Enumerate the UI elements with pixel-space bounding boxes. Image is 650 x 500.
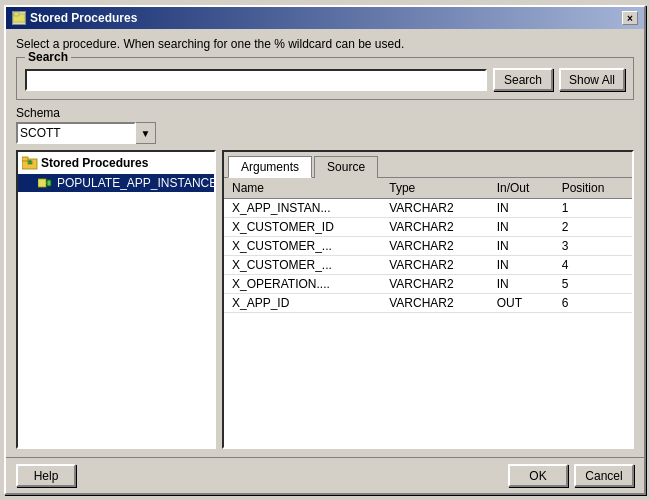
window-title: Stored Procedures: [30, 11, 137, 25]
table-header-row: Name Type In/Out Position: [224, 178, 632, 199]
svg-rect-6: [38, 179, 46, 187]
table-cell-position: 2: [554, 218, 632, 237]
table-cell-position: 1: [554, 199, 632, 218]
window-icon: [12, 11, 26, 25]
tab-arguments[interactable]: Arguments: [228, 156, 312, 178]
table-cell-position: 3: [554, 237, 632, 256]
table-cell-type: VARCHAR2: [381, 275, 488, 294]
schema-label: Schema: [16, 106, 634, 120]
table-cell-inout: IN: [489, 199, 554, 218]
table-row: X_OPERATION....VARCHAR2IN5: [224, 275, 632, 294]
svg-rect-3: [22, 157, 28, 161]
ok-button[interactable]: OK: [508, 464, 568, 487]
table-cell-name: X_OPERATION....: [224, 275, 381, 294]
table-cell-type: VARCHAR2: [381, 256, 488, 275]
tree-header-label: Stored Procedures: [41, 156, 148, 170]
help-button[interactable]: Help: [16, 464, 76, 487]
table-cell-type: VARCHAR2: [381, 218, 488, 237]
table-cell-position: 5: [554, 275, 632, 294]
close-button[interactable]: ×: [622, 11, 638, 25]
tabs-bar: Arguments Source: [224, 152, 632, 178]
table-cell-name: X_CUSTOMER_...: [224, 256, 381, 275]
table-cell-position: 6: [554, 294, 632, 313]
table-cell-name: X_CUSTOMER_...: [224, 237, 381, 256]
title-bar-left: Stored Procedures: [12, 11, 137, 25]
search-group: Search Search Show All: [16, 57, 634, 100]
procedure-icon: [38, 177, 54, 189]
table-row: X_CUSTOMER_...VARCHAR2IN3: [224, 237, 632, 256]
bottom-right-buttons: OK Cancel: [508, 464, 634, 487]
table-cell-name: X_CUSTOMER_ID: [224, 218, 381, 237]
search-group-label: Search: [25, 50, 71, 64]
schema-select[interactable]: SCOTT: [16, 122, 136, 144]
table-row: X_APP_IDVARCHAR2OUT6: [224, 294, 632, 313]
table-cell-inout: IN: [489, 237, 554, 256]
tab-content: Name Type In/Out Position X_APP_INSTAN..…: [224, 178, 632, 447]
title-bar: Stored Procedures ×: [6, 7, 644, 29]
table-cell-inout: IN: [489, 218, 554, 237]
table-row: X_CUSTOMER_IDVARCHAR2IN2: [224, 218, 632, 237]
tree-item[interactable]: POPULATE_APP_INSTANCE: [18, 174, 214, 192]
table-cell-type: VARCHAR2: [381, 199, 488, 218]
table-cell-inout: OUT: [489, 294, 554, 313]
bottom-bar: Help OK Cancel: [6, 457, 644, 493]
right-panel: Arguments Source Name Type In/Out Positi…: [222, 150, 634, 449]
left-panel: Stored Procedures POPULATE_APP_INSTANCE: [16, 150, 216, 449]
table-cell-inout: IN: [489, 256, 554, 275]
table-cell-type: VARCHAR2: [381, 294, 488, 313]
svg-rect-7: [47, 180, 51, 186]
col-name: Name: [224, 178, 381, 199]
search-button[interactable]: Search: [493, 68, 553, 91]
schema-dropdown-arrow[interactable]: ▼: [136, 122, 156, 144]
col-inout: In/Out: [489, 178, 554, 199]
tab-source[interactable]: Source: [314, 156, 378, 178]
schema-row: Schema SCOTT ▼: [16, 106, 634, 144]
col-type: Type: [381, 178, 488, 199]
table-row: X_APP_INSTAN...VARCHAR2IN1: [224, 199, 632, 218]
table-cell-name: X_APP_INSTAN...: [224, 199, 381, 218]
table-cell-type: VARCHAR2: [381, 237, 488, 256]
main-content: Stored Procedures POPULATE_APP_INSTANCE: [16, 150, 634, 449]
table-cell-position: 4: [554, 256, 632, 275]
show-all-button[interactable]: Show All: [559, 68, 625, 91]
tree-header: Stored Procedures: [18, 152, 214, 174]
main-window: Stored Procedures × Select a procedure. …: [4, 5, 646, 495]
table-cell-name: X_APP_ID: [224, 294, 381, 313]
tree-item-label: POPULATE_APP_INSTANCE: [57, 176, 216, 190]
svg-rect-1: [14, 12, 19, 16]
cancel-button[interactable]: Cancel: [574, 464, 634, 487]
schema-select-wrap: SCOTT ▼: [16, 122, 634, 144]
stored-procedures-folder-icon: [22, 155, 38, 171]
search-row: Search Show All: [25, 68, 625, 91]
arguments-table: Name Type In/Out Position X_APP_INSTAN..…: [224, 178, 632, 313]
window-body: Select a procedure. When searching for o…: [6, 29, 644, 457]
col-position: Position: [554, 178, 632, 199]
table-cell-inout: IN: [489, 275, 554, 294]
description-text: Select a procedure. When searching for o…: [16, 37, 634, 51]
table-row: X_CUSTOMER_...VARCHAR2IN4: [224, 256, 632, 275]
search-input[interactable]: [25, 69, 487, 91]
